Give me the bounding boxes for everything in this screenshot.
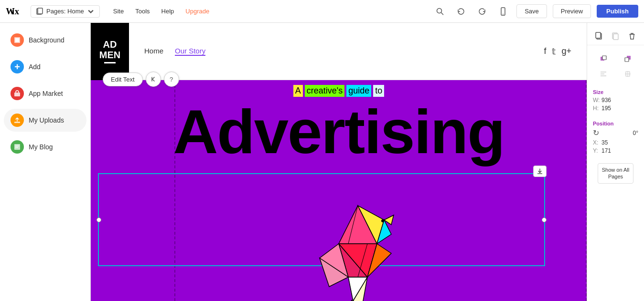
facebook-icon[interactable]: f <box>544 46 546 57</box>
size-section: Size W: 936 H: 195 <box>587 85 644 117</box>
site-nav-social: f 𝕥 g+ <box>544 46 571 57</box>
y-value: 171 <box>601 147 611 154</box>
y-key: Y: <box>593 147 600 154</box>
sidebar-label-my-blog: My Blog <box>29 143 53 151</box>
app-market-icon <box>11 87 24 100</box>
redo-icon <box>478 7 486 16</box>
preview-button[interactable]: Preview <box>553 4 591 18</box>
sidebar-label-app-market: App Market <box>29 90 63 97</box>
back-arrow-button[interactable] <box>146 72 161 87</box>
logo-line1: AD <box>103 39 117 50</box>
add-icon: + <box>11 60 24 73</box>
send-backward-icon <box>624 55 632 62</box>
nav-tools[interactable]: Tools <box>135 8 150 15</box>
pages-button[interactable]: Pages: Home <box>31 5 100 18</box>
trash-icon <box>628 31 636 40</box>
top-bar-right: Save Preview Publish <box>432 4 638 19</box>
right-panel-arrange <box>587 47 644 85</box>
redo-button[interactable] <box>474 4 490 19</box>
right-panel: Size W: 936 H: 195 Position ↻ 0° X: <box>587 23 644 301</box>
svg-text:x: x <box>15 7 20 16</box>
duplicate-icon <box>595 31 603 40</box>
main-heading: Advertising <box>100 101 577 163</box>
subtitle-word-a: A <box>293 85 303 97</box>
svg-rect-41 <box>602 56 606 60</box>
download-handle[interactable] <box>533 166 547 177</box>
left-sidebar: Background + Add App Market My Uploads <box>0 23 91 301</box>
undo-button[interactable] <box>453 4 469 19</box>
align-right-icon <box>624 70 632 78</box>
sidebar-label-background: Background <box>29 36 64 44</box>
publish-button[interactable]: Publish <box>597 5 638 18</box>
sidebar-item-app-market[interactable]: App Market <box>4 82 86 105</box>
align-left-icon <box>600 70 607 78</box>
bring-forward-icon <box>600 55 607 62</box>
sidebar-item-add[interactable]: + Add <box>4 55 86 78</box>
show-all-line2: Pages <box>608 174 623 179</box>
mobile-view-button[interactable] <box>495 4 511 19</box>
background-icon <box>11 33 24 47</box>
back-arrow-icon <box>150 76 157 83</box>
handle-left[interactable] <box>97 218 101 222</box>
width-key: W: <box>593 97 600 104</box>
canvas-content[interactable]: A creative's guide to Advertising <box>91 80 587 301</box>
question-icon: ? <box>170 76 173 83</box>
googleplus-icon[interactable]: g+ <box>561 46 571 57</box>
pages-icon <box>36 8 43 15</box>
align-right-button[interactable] <box>621 67 634 81</box>
x-value: 35 <box>601 139 608 146</box>
duplicate-button[interactable] <box>592 29 606 43</box>
bring-forward-button[interactable] <box>597 52 610 65</box>
nav-home[interactable]: Home <box>144 47 163 56</box>
search-icon <box>436 7 444 16</box>
x-key: X: <box>593 139 600 146</box>
height-value: 195 <box>601 105 611 112</box>
guide-right <box>586 80 587 301</box>
sidebar-item-background[interactable]: Background <box>4 29 86 52</box>
svg-rect-13 <box>14 144 20 150</box>
svg-point-28 <box>381 219 384 222</box>
size-label: Size <box>593 89 638 95</box>
nav-help[interactable]: Help <box>161 8 174 15</box>
canvas-main: AD MEN Home Our Story f 𝕥 g+ Edit Text <box>91 23 587 301</box>
show-all-line1: Show on All <box>602 167 629 173</box>
nav-our-story[interactable]: Our Story <box>175 47 205 56</box>
text-element[interactable]: A creative's guide to Advertising <box>100 80 577 163</box>
my-blog-icon <box>11 140 24 154</box>
download-icon <box>537 168 543 175</box>
svg-point-8 <box>503 13 504 14</box>
undo-icon <box>457 7 465 16</box>
svg-rect-12 <box>14 122 20 123</box>
edit-text-button[interactable]: Edit Text <box>103 73 143 86</box>
svg-rect-37 <box>596 32 601 38</box>
send-backward-button[interactable] <box>621 52 634 65</box>
save-button[interactable]: Save <box>516 4 547 18</box>
align-left-button[interactable] <box>597 67 610 81</box>
bird-illustration[interactable] <box>310 182 406 301</box>
site-nav-links: Home Our Story <box>144 47 205 56</box>
search-button[interactable] <box>432 4 448 19</box>
rotate-icon[interactable]: ↻ <box>593 128 599 137</box>
sidebar-item-my-uploads[interactable]: My Uploads <box>4 109 86 132</box>
svg-point-5 <box>437 8 442 13</box>
svg-rect-4 <box>38 8 43 14</box>
twitter-icon[interactable]: 𝕥 <box>552 46 556 57</box>
sidebar-label-my-uploads: My Uploads <box>29 116 64 124</box>
copy-button[interactable] <box>608 29 623 43</box>
show-all-pages-button[interactable]: Show on All Pages <box>598 163 633 184</box>
copy-icon <box>611 31 620 40</box>
delete-button[interactable] <box>625 29 639 43</box>
nav-upgrade[interactable]: Upgrade <box>185 8 209 15</box>
svg-text:i: i <box>12 7 14 16</box>
svg-rect-10 <box>15 38 19 42</box>
handle-right[interactable] <box>542 218 547 222</box>
sidebar-label-add: Add <box>29 63 41 71</box>
wix-logo: W i x <box>6 7 23 16</box>
sidebar-item-my-blog[interactable]: My Blog <box>4 135 86 158</box>
nav-site[interactable]: Site <box>113 8 124 15</box>
svg-rect-39 <box>613 34 618 40</box>
height-key: H: <box>593 105 600 112</box>
logo-line2: MEN <box>99 50 120 60</box>
help-button[interactable]: ? <box>164 72 179 87</box>
right-panel-icons-top <box>587 27 644 45</box>
